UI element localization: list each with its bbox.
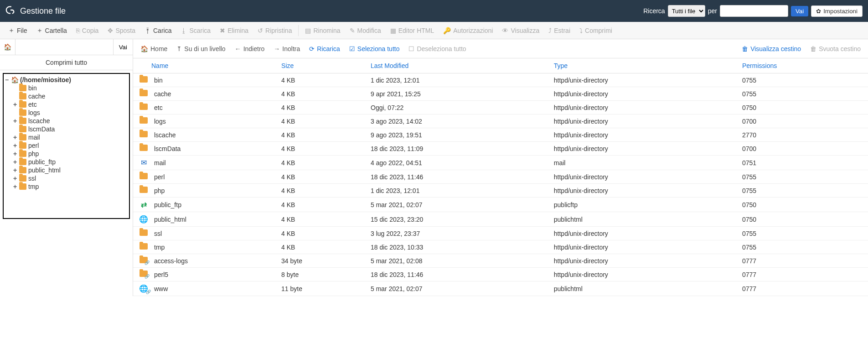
cell-size: 34 byte <box>277 254 366 268</box>
col-type[interactable]: Type <box>549 58 738 73</box>
cell-name: php <box>150 184 277 198</box>
tree-item-cache[interactable]: cache <box>13 92 128 100</box>
table-row[interactable]: ✉mail4 KB4 ago 2022, 04:51mail0751 <box>133 156 868 170</box>
edit-button[interactable]: ✎Modifica <box>345 22 386 39</box>
search-input[interactable] <box>720 5 788 17</box>
folder-icon <box>19 126 26 132</box>
tree-item-tmp[interactable]: +tmp <box>13 182 128 191</box>
new-file-button[interactable]: ＋File <box>4 22 32 39</box>
cell-name: www <box>150 281 277 296</box>
tree-item-mail[interactable]: +mail <box>13 133 128 141</box>
rename-button[interactable]: ▤Rinomina <box>300 22 345 39</box>
nav-deselect-all-button[interactable]: ☐Deseleziona tutto <box>404 45 470 52</box>
cell-perms: 0777 <box>738 281 868 296</box>
delete-button[interactable]: ✖Elimina <box>215 22 253 39</box>
tree-item-lscmData[interactable]: lscmData <box>13 125 128 133</box>
cell-type: httpd/unix-directory <box>549 227 738 240</box>
table-row[interactable]: 🌐public_html4 KB15 dic 2023, 23:20public… <box>133 212 868 227</box>
table-row[interactable]: perl58 byte18 dic 2023, 11:46httpd/unix-… <box>133 268 868 281</box>
compress-icon: ⤵ <box>579 27 583 34</box>
expand-icon[interactable]: + <box>13 134 17 141</box>
table-row[interactable]: ssl4 KB3 lug 2022, 23:37httpd/unix-direc… <box>133 227 868 240</box>
expand-icon[interactable]: + <box>13 142 17 149</box>
compress-button[interactable]: ⤵Comprimi <box>575 22 617 39</box>
search-go-button[interactable]: Vai <box>791 6 808 16</box>
expand-icon[interactable]: + <box>13 117 17 125</box>
table-row[interactable]: bin4 KB1 dic 2023, 12:01httpd/unix-direc… <box>133 73 868 87</box>
table-row[interactable]: etc4 KBOggi, 07:22httpd/unix-directory07… <box>133 101 868 115</box>
folder-icon <box>140 90 148 96</box>
cell-perms: 0755 <box>738 73 868 87</box>
cell-type: publichtml <box>549 212 738 227</box>
file-icon-cell <box>133 115 150 128</box>
tree-item-ssl[interactable]: +ssl <box>13 174 128 182</box>
table-row[interactable]: ⇄public_ftp4 KB5 mar 2021, 02:07publicft… <box>133 198 868 212</box>
new-folder-button[interactable]: ＋Cartella <box>32 22 72 39</box>
tree-item-lscache[interactable]: +lscache <box>13 117 128 125</box>
expand-icon[interactable]: + <box>13 183 17 190</box>
view-button[interactable]: 👁Visualizza <box>497 22 544 39</box>
tree-item-php[interactable]: +php <box>13 150 128 158</box>
tree-item-etc[interactable]: +etc <box>13 100 128 109</box>
nav-home-button[interactable]: 🏠Home <box>136 45 172 52</box>
table-row[interactable]: perl4 KB18 dic 2023, 11:46httpd/unix-dir… <box>133 170 868 184</box>
empty-trash-button[interactable]: 🗑Svuota cestino <box>806 45 865 52</box>
search-scope-select[interactable]: Tutti i file <box>668 5 705 17</box>
reload-icon: ⟳ <box>309 45 315 52</box>
cell-perms: 0755 <box>738 87 868 101</box>
extract-button[interactable]: ⤴Estrai <box>544 22 575 39</box>
collapse-icon[interactable]: − <box>5 76 9 83</box>
cell-name: access-logs <box>150 254 277 268</box>
table-row[interactable]: access-logs34 byte5 mar 2021, 02:08httpd… <box>133 254 868 268</box>
cell-modified: 3 lug 2022, 23:37 <box>366 227 549 240</box>
table-row[interactable]: php4 KB1 dic 2023, 12:01httpd/unix-direc… <box>133 184 868 198</box>
col-name[interactable]: Name <box>133 58 277 73</box>
table-row[interactable]: logs4 KB3 ago 2023, 14:02httpd/unix-dire… <box>133 115 868 128</box>
tree-item-public_html[interactable]: +public_html <box>13 166 128 174</box>
nav-back-button[interactable]: ←Indietro <box>230 45 269 52</box>
nav-reload-button[interactable]: ⟳Ricarica <box>305 45 345 52</box>
nav-forward-button[interactable]: →Inoltra <box>269 45 305 52</box>
settings-button[interactable]: ✿ Impostazioni <box>811 5 863 17</box>
expand-icon[interactable]: + <box>13 101 17 108</box>
upload-button[interactable]: ⭱Carica <box>140 22 176 39</box>
cell-name: tmp <box>150 240 277 254</box>
tree-item-logs[interactable]: logs <box>13 109 128 117</box>
home-button[interactable]: 🏠 <box>0 39 16 55</box>
table-row[interactable]: 🌐www11 byte5 mar 2021, 02:07publichtml07… <box>133 281 868 296</box>
path-input[interactable] <box>16 39 113 55</box>
move-button[interactable]: ✥Sposta <box>103 22 140 39</box>
download-button[interactable]: ⭳Scarica <box>176 22 215 39</box>
expand-icon[interactable]: + <box>13 150 17 157</box>
col-size[interactable]: Size <box>277 58 366 73</box>
table-row[interactable]: lscmData4 KB18 dic 2023, 11:09httpd/unix… <box>133 142 868 156</box>
collapse-all-button[interactable]: Comprimi tutto <box>0 55 133 70</box>
path-go-button[interactable]: Vai <box>113 39 133 55</box>
cell-modified: 3 ago 2023, 14:02 <box>366 115 549 128</box>
copy-button[interactable]: ⎘Copia <box>72 22 103 39</box>
table-row[interactable]: tmp4 KB18 dic 2023, 10:33httpd/unix-dire… <box>133 240 868 254</box>
html-editor-button[interactable]: ▦Editor HTML <box>386 22 439 39</box>
expand-icon[interactable]: + <box>13 175 17 182</box>
permissions-button[interactable]: 🔑Autorizzazioni <box>439 22 497 39</box>
table-row[interactable]: lscache4 KB9 ago 2023, 19:51httpd/unix-d… <box>133 128 868 142</box>
view-trash-button[interactable]: 🗑Visualizza cestino <box>737 45 806 52</box>
expand-icon[interactable]: + <box>13 158 17 166</box>
nav-up-button[interactable]: ⤒Su di un livello <box>172 45 230 52</box>
nav-select-all-button[interactable]: ☑Seleziona tutto <box>345 45 404 52</box>
cell-size: 4 KB <box>277 240 366 254</box>
tree-item-bin[interactable]: bin <box>13 84 128 92</box>
tree-item-public_ftp[interactable]: +public_ftp <box>13 158 128 166</box>
folder-icon <box>19 109 26 116</box>
table-row[interactable]: cache4 KB9 apr 2021, 15:25httpd/unix-dir… <box>133 87 868 101</box>
tree-item-label: ssl <box>28 175 36 182</box>
tree-root[interactable]: − 🏠 (/home/miositoe) <box>5 76 128 84</box>
expand-icon[interactable]: + <box>13 167 17 174</box>
tree-item-perl[interactable]: +perl <box>13 141 128 150</box>
home-icon: 🏠 <box>140 45 148 52</box>
folder-icon <box>140 229 148 236</box>
col-modified[interactable]: Last Modified <box>366 58 549 73</box>
col-perms[interactable]: Permissions <box>738 58 868 73</box>
divider <box>298 25 299 36</box>
restore-button[interactable]: ↺Ripristina <box>253 22 296 39</box>
